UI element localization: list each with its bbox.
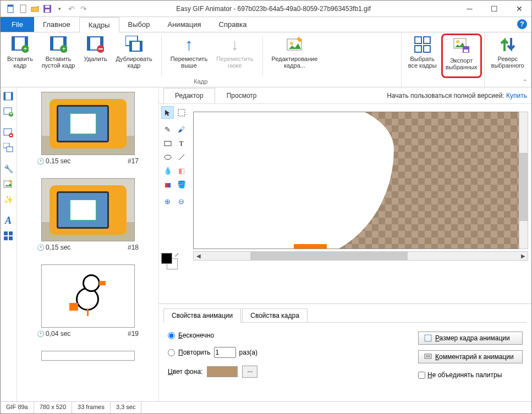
move-down-button[interactable]: ↓ Переместить ниже: [212, 34, 257, 78]
lt-film-remove-icon[interactable]: [2, 126, 15, 139]
export-icon: [452, 36, 471, 56]
lt-wand-icon[interactable]: ✨: [2, 193, 15, 206]
marquee-tool-icon[interactable]: [175, 106, 188, 119]
svg-rect-23: [130, 41, 132, 51]
qat-open-icon[interactable]: [29, 3, 41, 15]
properties-panel: Свойства анимации Свойства кадра Бесконе…: [159, 303, 531, 402]
frame-item[interactable]: 0,15 sec#17: [21, 92, 154, 165]
window-controls: ─ ☐ ✕: [457, 1, 531, 17]
move-up-button[interactable]: ↑ Переместить выше: [166, 34, 212, 78]
tab-help[interactable]: Справка: [210, 17, 256, 32]
tab-frame-props[interactable]: Свойства кадра: [242, 308, 308, 322]
fill-tool-icon[interactable]: [161, 178, 174, 191]
svg-rect-34: [464, 49, 468, 52]
no-merge-checkbox[interactable]: Не объединять палитры: [418, 371, 502, 379]
frame-size-button[interactable]: Размер кадра анимации: [418, 332, 523, 345]
brush-tool-icon[interactable]: 🖌: [175, 123, 188, 136]
lt-multi-film-icon[interactable]: [2, 141, 15, 154]
group-label-frame: Кадр: [3, 78, 399, 86]
frame-item[interactable]: 0,04 sec#19: [21, 264, 154, 338]
insert-empty-frame-button[interactable]: + Вставить пустой кадр: [37, 34, 80, 78]
color-swatches[interactable]: ⤢: [161, 253, 183, 275]
bg-color-browse[interactable]: ...: [242, 366, 257, 378]
tab-anim-props[interactable]: Свойства анимации: [163, 308, 241, 323]
duplicate-frame-button[interactable]: Дублировать кадр: [111, 34, 156, 78]
delete-frame-button[interactable]: Удалить: [79, 34, 111, 78]
radio-infinite[interactable]: Бесконечно: [168, 332, 257, 339]
svg-rect-37: [11, 92, 13, 100]
pencil-tool-icon[interactable]: ✎: [161, 123, 174, 136]
minimize-button[interactable]: ─: [457, 1, 482, 17]
close-button[interactable]: ✕: [507, 1, 531, 17]
status-format: GIF 89a: [1, 402, 34, 413]
tab-selection[interactable]: Выбор: [119, 17, 159, 32]
eraser-tool-icon[interactable]: ◧: [175, 164, 188, 177]
tab-animation[interactable]: Анимация: [159, 17, 210, 32]
bg-color-chip[interactable]: [207, 366, 238, 377]
editor-toolbox: ✎ 🖌 T 💧 ◧ 🪣 ⊕ ⊖ ⤢: [159, 104, 190, 303]
editor-area: Редактор Просмотр Начать пользоваться по…: [159, 87, 531, 402]
frame-thumb: [41, 351, 135, 361]
tab-preview[interactable]: Просмотр: [215, 88, 268, 103]
maximize-button[interactable]: ☐: [482, 1, 507, 17]
horizontal-scrollbar[interactable]: ◀▶: [193, 251, 528, 261]
qat-dropdown-icon[interactable]: ▾: [53, 3, 65, 15]
buy-link[interactable]: Купить: [506, 92, 527, 100]
file-tab[interactable]: File: [1, 17, 34, 32]
ellipse-tool-icon[interactable]: [161, 151, 174, 163]
zoom-out-icon[interactable]: ⊖: [175, 195, 188, 208]
text-tool-icon[interactable]: T: [175, 137, 188, 150]
radio-repeat[interactable]: Повторить раз(а): [168, 347, 257, 358]
edit-frame-button[interactable]: Редактирование кадра...: [267, 34, 322, 78]
svg-rect-43: [10, 135, 12, 136]
collapse-ribbon-icon[interactable]: ⌃: [519, 78, 530, 86]
tab-main[interactable]: Главное: [34, 17, 79, 32]
lt-film-add-icon[interactable]: +: [2, 105, 15, 118]
lt-grid-icon[interactable]: [2, 229, 15, 242]
delete-icon: [85, 35, 105, 54]
svg-point-53: [164, 155, 171, 159]
frame-item[interactable]: 0,15 sec#18: [21, 178, 154, 251]
rectangle-tool-icon[interactable]: [161, 137, 174, 150]
eyedropper-tool-icon[interactable]: 💧: [161, 164, 174, 177]
lt-film-icon[interactable]: [2, 90, 15, 103]
swap-colors-icon[interactable]: ⤢: [174, 252, 179, 258]
svg-point-32: [456, 40, 459, 43]
select-all-frames-button[interactable]: Выбрать все кадры: [404, 34, 441, 78]
pointer-tool-icon[interactable]: [161, 106, 174, 119]
qat-new-doc-icon[interactable]: [17, 3, 29, 15]
frame-item[interactable]: [21, 351, 154, 361]
arrow-down-icon: ↓: [225, 35, 245, 54]
frames-panel[interactable]: 0,15 sec#17 0,15 sec#18 0,04 sec#19: [17, 87, 159, 402]
tab-editor[interactable]: Редактор: [163, 88, 215, 103]
frame-delay: 0,04 sec: [37, 330, 70, 338]
duplicate-icon: [124, 35, 144, 54]
zoom-in-icon[interactable]: ⊕: [161, 195, 174, 208]
svg-rect-49: [4, 236, 8, 240]
frame-delay: 0,15 sec: [37, 244, 70, 251]
lt-image-edit-icon[interactable]: [2, 178, 15, 191]
tab-frames[interactable]: Кадры: [79, 17, 119, 32]
qat-undo-icon[interactable]: ↶: [65, 3, 78, 15]
vertical-scrollbar[interactable]: [519, 112, 528, 249]
svg-rect-24: [140, 41, 142, 51]
lt-wrench-icon[interactable]: 🔧: [2, 162, 15, 175]
comment-button[interactable]: Комментарий к анимации: [418, 350, 523, 363]
bg-color-label: Цвет фона:: [168, 368, 202, 376]
export-selected-button[interactable]: Экспорт выбранных: [441, 34, 482, 78]
qat-redo-icon[interactable]: ↷: [78, 3, 90, 15]
repeat-count-input[interactable]: [214, 347, 236, 358]
line-tool-icon[interactable]: [175, 151, 188, 163]
qat-new-icon[interactable]: [5, 3, 17, 15]
bucket-tool-icon[interactable]: 🪣: [175, 178, 188, 191]
svg-rect-4: [45, 9, 50, 12]
svg-rect-7: [12, 37, 15, 50]
svg-point-26: [290, 42, 293, 45]
canvas[interactable]: [193, 112, 528, 249]
help-icon[interactable]: ?: [517, 19, 527, 29]
insert-frame-icon: +: [10, 35, 30, 54]
foreground-color[interactable]: [161, 253, 172, 264]
insert-frame-button[interactable]: + Вставить кадр: [3, 34, 37, 78]
qat-save-icon[interactable]: [41, 3, 53, 15]
lt-text-icon[interactable]: A: [2, 214, 15, 227]
